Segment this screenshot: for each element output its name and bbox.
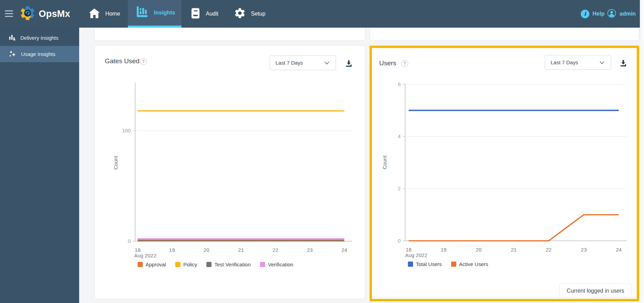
home-icon	[88, 8, 100, 20]
svg-text:21: 21	[238, 247, 244, 253]
sidebar-item-usage-insights[interactable]: Usage Insights	[0, 46, 79, 62]
svg-text:22: 22	[546, 247, 552, 253]
chevron-down-icon	[324, 60, 329, 66]
chart-plot: 010018192021222324	[113, 83, 355, 273]
svg-text:6: 6	[398, 81, 401, 87]
range-select-value: Last 7 Days	[551, 59, 578, 65]
brand[interactable]: OpsMx	[19, 5, 70, 23]
gates-range-select[interactable]: Last 7 Days	[270, 55, 336, 70]
bar-chart-icon	[134, 5, 149, 20]
nav-item-setup[interactable]: Setup	[234, 0, 278, 28]
svg-text:24: 24	[616, 247, 622, 253]
users-panel-highlight: Users ? Last 7 Days Count Aug 2022 Total…	[370, 46, 639, 301]
gates-used-panel: Gates Used ? Last 7 Days Count Aug 2022 …	[94, 45, 365, 299]
chevron-down-icon	[599, 59, 605, 66]
svg-text:4: 4	[398, 133, 401, 139]
nav-item-label: Home	[105, 11, 120, 17]
nav-item-label: Insights	[154, 10, 175, 16]
opsmx-logo-icon	[19, 5, 36, 23]
svg-text:0: 0	[128, 238, 131, 244]
range-select-value: Last 7 Days	[276, 60, 303, 66]
sidebar: Delivery Insights Usage Insights	[0, 28, 79, 303]
current-logged-in-users-button[interactable]: Current logged in users	[559, 284, 632, 298]
svg-text:20: 20	[204, 247, 209, 253]
svg-text:19: 19	[441, 247, 447, 253]
info-icon: i	[581, 10, 589, 18]
sidebar-item-delivery-insights[interactable]: Delivery Insights	[0, 30, 79, 46]
users-chart: Count Aug 2022 Total UsersActive Users 0…	[380, 82, 626, 273]
user-avatar-icon	[607, 9, 616, 19]
nav-item-audit[interactable]: Audit	[181, 0, 234, 28]
svg-text:23: 23	[307, 247, 313, 253]
svg-text:2: 2	[398, 186, 401, 191]
sidebar-item-label: Usage Insights	[21, 51, 55, 57]
nav-item-insights[interactable]: Insights	[128, 0, 181, 28]
top-nav: OpsMx Home Insights Audit	[0, 0, 640, 28]
svg-text:0: 0	[398, 238, 401, 244]
svg-text:100: 100	[122, 127, 131, 133]
nav-item-home[interactable]: Home	[81, 0, 128, 28]
svg-text:18: 18	[406, 247, 412, 253]
users-panel: Users ? Last 7 Days Count Aug 2022 Total…	[372, 48, 637, 299]
help-tooltip-icon[interactable]: ?	[401, 60, 408, 67]
svg-text:21: 21	[511, 247, 517, 253]
sidebar-item-label: Delivery Insights	[20, 35, 58, 41]
svg-text:24: 24	[342, 247, 347, 253]
user-menu[interactable]: admin	[607, 0, 636, 28]
scrollbar-track[interactable]	[640, 0, 644, 303]
gates-used-chart: Count Aug 2022 ApprovalPolicyTest Verifi…	[113, 83, 355, 273]
delivery-chart-icon	[8, 34, 16, 42]
nav-item-label: Setup	[251, 11, 265, 17]
user-label: admin	[619, 11, 636, 17]
menu-icon[interactable]	[5, 10, 13, 17]
gear-icon	[234, 7, 246, 20]
download-icon[interactable]	[344, 59, 353, 68]
users-title: Users	[379, 59, 396, 67]
users-range-select[interactable]: Last 7 Days	[545, 55, 611, 70]
brand-name: OpsMx	[39, 9, 70, 19]
help-tooltip-icon[interactable]: ?	[140, 58, 147, 65]
svg-text:22: 22	[272, 247, 278, 253]
audit-book-icon	[190, 7, 200, 21]
gates-used-title: Gates Used	[105, 57, 139, 65]
download-icon[interactable]	[619, 59, 628, 68]
svg-text:20: 20	[476, 247, 482, 253]
svg-text:18: 18	[135, 247, 141, 253]
help-label: Help	[592, 11, 605, 17]
usage-sparkle-icon	[8, 49, 17, 59]
help-button[interactable]: i Help	[581, 0, 605, 28]
svg-text:19: 19	[169, 247, 175, 253]
svg-text:23: 23	[581, 247, 587, 253]
chart-plot: 024618192021222324	[380, 82, 626, 273]
nav-item-label: Audit	[206, 11, 218, 17]
